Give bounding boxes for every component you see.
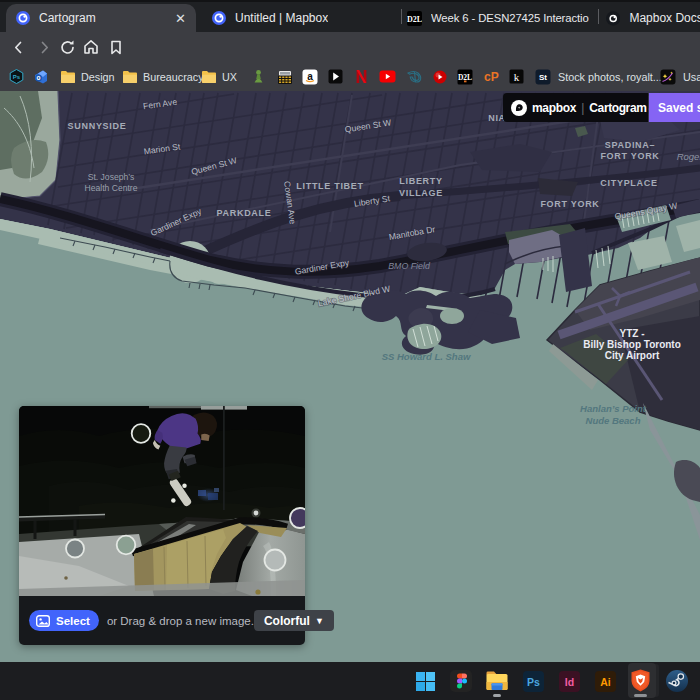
svg-text:Billy Bishop Toronto: Billy Bishop Toronto [583, 339, 681, 350]
svg-text:St: St [539, 73, 547, 82]
svg-text:k: k [514, 71, 520, 83]
svg-text:FORT YORK: FORT YORK [540, 199, 599, 209]
svg-text:Id: Id [564, 675, 573, 687]
svg-text:VILLAGE: VILLAGE [399, 188, 443, 198]
svg-text:Hanlan’s Point: Hanlan’s Point [580, 403, 647, 414]
svg-text:Rogers: Rogers [677, 151, 700, 162]
svg-text:CITYPLACE: CITYPLACE [600, 178, 657, 188]
svg-text:Nude Beach: Nude Beach [586, 415, 641, 426]
svg-text:a: a [307, 70, 313, 81]
svg-text:D2L: D2L [407, 15, 422, 24]
svg-text:City Airport: City Airport [605, 350, 660, 361]
svg-text:LIBERTY: LIBERTY [399, 176, 442, 186]
svg-text:Health Centre: Health Centre [84, 183, 137, 193]
svg-text:Ps: Ps [527, 675, 540, 687]
svg-text:o: o [37, 74, 41, 81]
svg-text:YTZ -: YTZ - [620, 328, 645, 339]
svg-text:LITTLE TIBET: LITTLE TIBET [296, 181, 363, 191]
svg-text:SS Howard L. Shaw: SS Howard L. Shaw [382, 351, 471, 362]
svg-text:FORT YORK: FORT YORK [600, 151, 659, 161]
svg-text:SPADINA–: SPADINA– [605, 140, 655, 150]
svg-text:cP: cP [484, 70, 499, 83]
svg-text:BMO Field: BMO Field [388, 261, 431, 271]
svg-text:Ai: Ai [600, 675, 611, 687]
svg-text:Ps: Ps [13, 74, 21, 80]
svg-text:PARKDALE: PARKDALE [217, 208, 272, 218]
svg-text:St. Joseph’s: St. Joseph’s [88, 172, 135, 182]
svg-text:SUNNYSIDE: SUNNYSIDE [68, 121, 127, 131]
